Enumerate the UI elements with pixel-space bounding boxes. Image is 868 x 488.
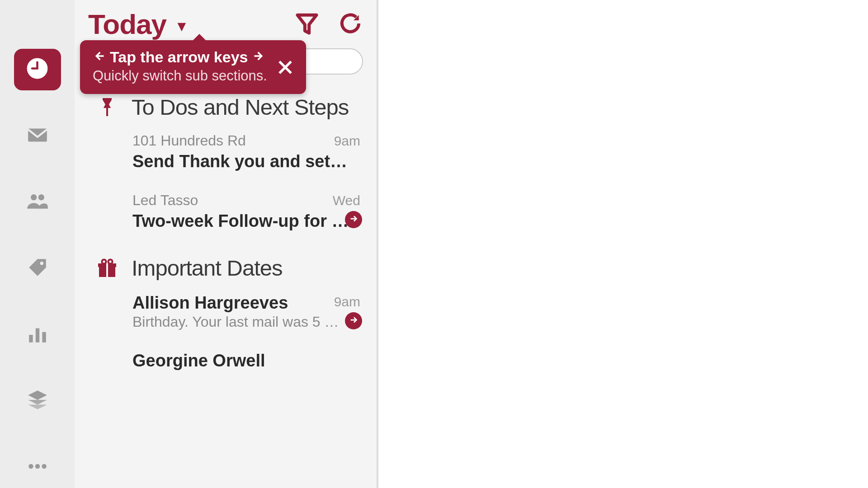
section-dates: Important Dates Allison Hargreeves Birth… bbox=[75, 244, 377, 371]
tooltip-subtitle: Quickly switch sub sections. bbox=[93, 68, 293, 84]
item-time: 9am bbox=[334, 294, 360, 310]
svg-rect-1 bbox=[28, 128, 47, 141]
go-button[interactable] bbox=[345, 211, 362, 228]
filter-button[interactable] bbox=[294, 12, 320, 37]
nav-item-layers[interactable] bbox=[14, 380, 61, 422]
nav-item-today[interactable] bbox=[14, 49, 61, 90]
svg-rect-11 bbox=[106, 108, 108, 116]
panel-header: Today ▼ bbox=[75, 0, 377, 44]
section-title-todos: To Dos and Next Steps bbox=[132, 94, 349, 120]
header-actions bbox=[294, 12, 363, 37]
arrow-right-icon bbox=[349, 315, 359, 327]
nav-item-tags[interactable] bbox=[14, 248, 61, 289]
list-item[interactable]: Georgine Orwell bbox=[83, 344, 368, 371]
item-time: Wed bbox=[333, 193, 360, 208]
nav-item-contacts[interactable] bbox=[14, 181, 61, 223]
hint-tooltip: Tap the arrow keys Quickly switch sub se… bbox=[80, 40, 306, 94]
svg-rect-14 bbox=[106, 263, 108, 277]
nav-item-analytics[interactable] bbox=[14, 314, 61, 356]
nav-item-more[interactable] bbox=[14, 446, 61, 488]
panel-title: Today bbox=[88, 8, 166, 40]
item-title: Two-week Follow-up for Led … bbox=[132, 211, 349, 231]
section-header-todos: To Dos and Next Steps bbox=[83, 90, 368, 125]
section-todos: To Dos and Next Steps 101 Hundreds Rd Se… bbox=[75, 84, 377, 244]
svg-rect-6 bbox=[35, 328, 39, 342]
section-title-dates: Important Dates bbox=[132, 255, 283, 281]
svg-point-4 bbox=[40, 262, 43, 265]
item-name: Allison Hargreeves bbox=[132, 293, 360, 313]
refresh-button[interactable] bbox=[338, 12, 363, 37]
nav-item-mail[interactable] bbox=[14, 115, 61, 157]
svg-rect-7 bbox=[42, 332, 46, 343]
tooltip-title-text: Tap the arrow keys bbox=[110, 48, 248, 66]
tooltip-close-button[interactable] bbox=[275, 57, 295, 77]
list-item[interactable]: 101 Hundreds Rd Send Thank you and set e… bbox=[83, 125, 368, 185]
item-sub: Birthday. Your last mail was 5 days … bbox=[132, 314, 345, 330]
item-name: Georgine Orwell bbox=[132, 351, 360, 371]
svg-point-3 bbox=[38, 194, 44, 200]
view-switcher[interactable]: Today ▼ bbox=[88, 8, 189, 40]
gift-icon bbox=[96, 257, 118, 279]
more-icon bbox=[26, 455, 49, 479]
list-content: To Dos and Next Steps 101 Hundreds Rd Se… bbox=[75, 75, 377, 488]
item-time: 9am bbox=[334, 133, 360, 149]
item-meta: 101 Hundreds Rd bbox=[132, 132, 360, 149]
tag-icon bbox=[26, 256, 49, 281]
svg-point-16 bbox=[108, 259, 112, 263]
funnel-icon bbox=[294, 11, 320, 38]
bar-chart-icon bbox=[26, 323, 49, 347]
go-button[interactable] bbox=[345, 312, 362, 329]
svg-point-8 bbox=[28, 464, 33, 469]
tooltip-title-row: Tap the arrow keys bbox=[93, 48, 293, 66]
refresh-icon bbox=[338, 11, 363, 38]
layers-icon bbox=[26, 389, 49, 413]
close-icon bbox=[275, 71, 295, 79]
people-icon bbox=[26, 190, 49, 214]
svg-point-15 bbox=[102, 259, 106, 263]
arrow-left-icon bbox=[93, 48, 105, 66]
section-header-dates: Important Dates bbox=[83, 251, 368, 286]
item-meta: Led Tasso bbox=[132, 192, 360, 209]
list-item[interactable]: Led Tasso Two-week Follow-up for Led … W… bbox=[83, 185, 368, 244]
detail-pane bbox=[378, 0, 868, 488]
clock-icon bbox=[25, 56, 50, 83]
item-title: Send Thank you and set expe… bbox=[132, 152, 349, 171]
svg-point-10 bbox=[42, 464, 46, 469]
mail-icon bbox=[26, 124, 49, 148]
list-panel: Today ▼ bbox=[75, 0, 378, 488]
list-item[interactable]: Allison Hargreeves Birthday. Your last m… bbox=[83, 286, 368, 344]
svg-point-9 bbox=[35, 464, 39, 469]
nav-rail bbox=[0, 0, 75, 488]
arrow-right-icon bbox=[253, 48, 265, 66]
pin-icon bbox=[96, 96, 118, 118]
svg-point-2 bbox=[31, 194, 37, 200]
caret-down-icon: ▼ bbox=[175, 18, 189, 35]
svg-rect-5 bbox=[29, 335, 33, 343]
arrow-right-icon bbox=[349, 214, 359, 225]
